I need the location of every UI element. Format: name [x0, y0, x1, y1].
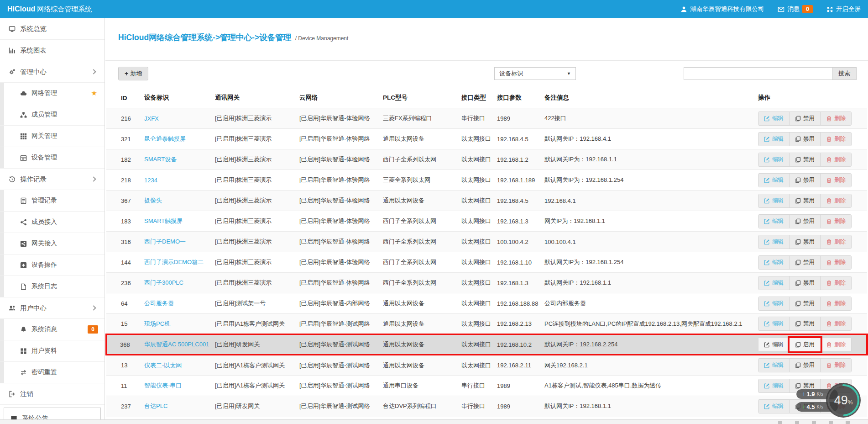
edit-button[interactable]: 编辑	[758, 153, 790, 166]
enable-button[interactable]: 启用	[790, 338, 821, 351]
edit-button[interactable]: 编辑	[758, 400, 790, 413]
sidebar-item-system-logs[interactable]: 系统日志	[0, 276, 105, 297]
disable-button[interactable]: 禁用	[790, 132, 821, 146]
device-name-link[interactable]: 摄像头	[144, 197, 162, 204]
disable-button[interactable]: 禁用	[790, 297, 821, 310]
monitor-icon	[8, 26, 16, 32]
delete-button[interactable]: 删除	[821, 174, 851, 187]
disable-button[interactable]: 禁用	[790, 215, 821, 228]
device-plc-model: 通用以太网设备	[379, 355, 458, 376]
edit-button[interactable]: 编辑	[758, 359, 790, 372]
navbar-company[interactable]: 湖南华辰智通科技有限公司	[680, 5, 764, 13]
delete-button[interactable]: 删除	[821, 276, 851, 290]
disable-button[interactable]: 禁用	[790, 194, 821, 207]
search-input[interactable]	[684, 67, 832, 80]
delete-button[interactable]: 删除	[821, 359, 851, 372]
delete-button[interactable]: 删除	[821, 132, 851, 146]
sidebar-item-device-mgmt[interactable]: 设备管理	[0, 147, 105, 169]
sidebar-item-gateway-access[interactable]: 网关接入	[0, 233, 105, 254]
disable-button[interactable]: 禁用	[790, 359, 821, 372]
edit-button[interactable]: 编辑	[758, 112, 790, 125]
gears-icon	[8, 69, 16, 75]
sidebar-item-network-mgmt[interactable]: 网络管理★	[0, 83, 105, 104]
edit-button[interactable]: 编辑	[758, 174, 790, 187]
add-button[interactable]: + 新增	[118, 67, 148, 80]
sidebar-item-user-profile[interactable]: 用户资料	[0, 340, 105, 362]
delete-button[interactable]: 删除	[821, 194, 851, 207]
edit-button[interactable]: 编辑	[758, 338, 790, 351]
device-name-link[interactable]: 华辰智通AC 500PLC001	[144, 341, 209, 348]
device-name-link[interactable]: JXFX	[144, 115, 159, 122]
sidebar-item-user-center[interactable]: 用户中心	[0, 297, 105, 319]
device-interface-type: 以太网接口	[458, 129, 493, 149]
device-name: JXFX	[141, 108, 211, 129]
sidebar-item-label: 系统消息	[31, 325, 57, 334]
device-gateway: [已启用]株洲三菱演示	[211, 211, 296, 232]
delete-button[interactable]: 删除	[821, 235, 851, 249]
app-brand[interactable]: HiCloud网络综合管理系统	[7, 5, 92, 14]
device-name-link[interactable]: SMART触摸屏	[144, 217, 183, 224]
device-id: 144	[106, 252, 141, 273]
delete-button[interactable]: 删除	[821, 317, 851, 330]
sidebar-item-gateway-mgmt[interactable]: 网关管理	[0, 126, 105, 147]
disable-button[interactable]: 禁用	[790, 153, 821, 166]
device-interface-param: 192.168.10.2	[493, 334, 541, 355]
disable-button[interactable]: 禁用	[790, 317, 821, 330]
sidebar-item-member-mgmt[interactable]: 成员管理	[0, 104, 105, 126]
copy-icon	[795, 157, 801, 163]
edit-button[interactable]: 编辑	[758, 215, 790, 228]
edit-button[interactable]: 编辑	[758, 297, 790, 310]
navbar-fullscreen[interactable]: 开启全屏	[826, 5, 861, 13]
device-interface-type: 以太网接口	[458, 149, 493, 170]
performance-circle[interactable]: 49%	[826, 383, 861, 418]
edit-button[interactable]: 编辑	[758, 132, 790, 146]
sidebar-item-system-charts[interactable]: 系统图表	[0, 40, 105, 61]
column-header: 接口类型	[458, 87, 493, 108]
filter-select[interactable]: 设备标识 ▼	[494, 67, 576, 80]
sidebar-item-device-ops[interactable]: 设备操作	[0, 254, 105, 276]
edit-button[interactable]: 编辑	[758, 235, 790, 249]
sidebar-item-password-reset[interactable]: 密码重置	[0, 362, 105, 383]
disable-button[interactable]: 禁用	[790, 256, 821, 269]
disable-button[interactable]: 禁用	[790, 174, 821, 187]
search-button[interactable]: 搜索	[832, 67, 857, 80]
sidebar-item-logout[interactable]: 注销	[0, 383, 105, 405]
sidebar-item-admin-center[interactable]: 管理中心	[0, 61, 105, 83]
device-name-link[interactable]: SMART设备	[144, 156, 177, 163]
sidebar-item-member-access[interactable]: 成员接入	[0, 212, 105, 233]
device-name-link[interactable]: 智能仪表-串口	[144, 382, 182, 389]
delete-button[interactable]: 删除	[821, 338, 851, 351]
delete-button[interactable]: 删除	[821, 215, 851, 228]
disable-button[interactable]: 禁用	[790, 235, 821, 249]
delete-button[interactable]: 删除	[821, 297, 851, 310]
sidebar-item-system-overview[interactable]: 系统总览	[0, 18, 105, 40]
edit-button[interactable]: 编辑	[758, 276, 790, 290]
device-name-link[interactable]: 公司服务器	[144, 300, 174, 307]
edit-button[interactable]: 编辑	[758, 256, 790, 269]
brand-bold: HiCloud	[7, 5, 35, 13]
sidebar-item-system-messages[interactable]: 系统消息0	[0, 319, 105, 340]
sidebar-item-admin-records[interactable]: 管理记录	[0, 190, 105, 212]
edit-button[interactable]: 编辑	[758, 194, 790, 207]
device-name-link[interactable]: 西门子300PLC	[144, 279, 183, 286]
device-name-link[interactable]: 现场PC机	[144, 320, 170, 327]
filter-value: 设备标识	[499, 69, 523, 78]
delete-button[interactable]: 删除	[821, 112, 851, 125]
device-name-link[interactable]: 仪表二-以太网	[144, 362, 182, 369]
sidebar-item-op-records[interactable]: 操作记录	[0, 169, 105, 190]
disable-button[interactable]: 禁用	[790, 112, 821, 125]
navbar-messages[interactable]: 消息 0	[778, 5, 813, 13]
device-name-link[interactable]: 昆仑通泰触摸屏	[144, 135, 186, 142]
delete-button[interactable]: 删除	[821, 256, 851, 269]
device-name-link[interactable]: 1234	[144, 177, 157, 184]
edit-button[interactable]: 编辑	[758, 317, 790, 330]
delete-button[interactable]: 删除	[821, 153, 851, 166]
device-name-link[interactable]: 台达PLC	[144, 403, 167, 409]
disable-button[interactable]: 禁用	[790, 276, 821, 290]
device-name-link[interactable]: 西门子DEMO一	[144, 238, 186, 245]
sidebar-item-label: 系统图表	[20, 46, 47, 55]
device-name-link[interactable]: 西门子演示DEMO箱二	[144, 259, 204, 265]
edit-button[interactable]: 编辑	[758, 379, 790, 392]
network-monitor-widget[interactable]: ↑ 1.9 K/s ↓ 4.5 K/s 49%	[796, 383, 861, 418]
device-interface-type: 以太网接口	[458, 211, 493, 232]
